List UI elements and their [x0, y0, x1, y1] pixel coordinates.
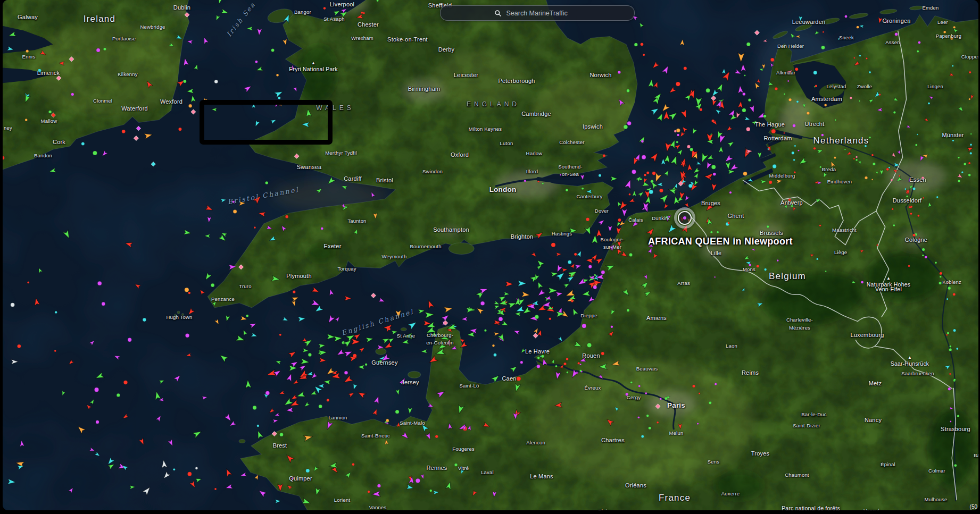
vessel-marker[interactable]: [233, 210, 237, 214]
vessel-marker[interactable]: [134, 283, 141, 289]
vessel-marker[interactable]: [743, 92, 746, 96]
vessel-marker[interactable]: [265, 391, 270, 395]
vessel-marker[interactable]: [537, 330, 543, 336]
vessel-marker[interactable]: [562, 267, 568, 272]
vessel-marker[interactable]: [601, 271, 605, 274]
vessel-marker[interactable]: [187, 89, 194, 94]
vessel-marker[interactable]: [467, 425, 472, 431]
vessel-marker[interactable]: [343, 338, 353, 348]
vessel-marker[interactable]: [144, 132, 153, 139]
vessel-marker[interactable]: [795, 68, 798, 71]
vessel-marker[interactable]: [652, 172, 656, 175]
vessel-marker[interactable]: [323, 7, 326, 10]
vessel-marker[interactable]: [535, 315, 538, 318]
vessel-marker[interactable]: [794, 171, 796, 173]
vessel-marker[interactable]: [293, 291, 295, 293]
vessel-marker[interactable]: [850, 97, 852, 99]
vessel-marker[interactable]: [757, 301, 763, 307]
vessel-marker[interactable]: [711, 165, 716, 169]
vessel-marker[interactable]: [446, 481, 453, 490]
vessel-marker[interactable]: [416, 478, 420, 483]
vessel-marker[interactable]: [680, 109, 688, 119]
vessel-marker[interactable]: [433, 490, 439, 494]
vessel-marker[interactable]: [3, 156, 4, 160]
vessel-marker[interactable]: [893, 97, 899, 103]
vessel-marker[interactable]: [581, 371, 583, 373]
vessel-marker[interactable]: [214, 80, 218, 83]
vessel-marker[interactable]: [566, 358, 569, 360]
vessel-marker[interactable]: [969, 98, 970, 100]
vessel-marker[interactable]: [555, 365, 557, 367]
vessel-marker[interactable]: [949, 346, 951, 348]
port-diamond-marker[interactable]: [294, 154, 299, 158]
vessel-marker[interactable]: [936, 196, 939, 198]
vessel-marker[interactable]: [530, 274, 539, 282]
vessel-marker[interactable]: [680, 39, 685, 46]
vessel-marker[interactable]: [245, 380, 251, 388]
vessel-marker[interactable]: [699, 153, 709, 164]
vessel-marker[interactable]: [26, 50, 29, 53]
vessel-marker[interactable]: [571, 300, 573, 302]
port-diamond-marker[interactable]: [655, 404, 660, 409]
vessel-marker[interactable]: [953, 329, 956, 332]
vessel-marker[interactable]: [819, 166, 821, 168]
vessel-marker[interactable]: [286, 484, 293, 490]
vessel-marker[interactable]: [536, 289, 545, 298]
vessel-marker[interactable]: [835, 119, 836, 121]
vessel-marker[interactable]: [742, 108, 746, 112]
vessel-marker[interactable]: [866, 57, 867, 59]
vessel-marker[interactable]: [646, 415, 649, 417]
vessel-marker[interactable]: [554, 402, 562, 408]
vessel-marker[interactable]: [89, 339, 96, 346]
vessel-marker[interactable]: [710, 231, 712, 233]
vessel-marker[interactable]: [748, 98, 751, 101]
port-diamond-marker[interactable]: [134, 136, 138, 141]
vessel-marker[interactable]: [283, 317, 289, 322]
vessel-marker[interactable]: [293, 87, 298, 92]
vessel-marker[interactable]: [551, 359, 555, 364]
vessel-marker[interactable]: [627, 309, 629, 311]
vessel-marker[interactable]: [23, 94, 31, 103]
vessel-marker[interactable]: [953, 378, 956, 381]
vessel-marker[interactable]: [325, 420, 333, 430]
vessel-marker[interactable]: [344, 371, 348, 375]
vessel-marker[interactable]: [278, 484, 283, 491]
vessel-marker[interactable]: [352, 463, 354, 466]
vessel-marker[interactable]: [793, 124, 796, 128]
vessel-marker[interactable]: [743, 255, 750, 261]
vessel-marker[interactable]: [906, 196, 908, 198]
vessel-marker[interactable]: [617, 98, 625, 106]
vessel-marker[interactable]: [643, 54, 645, 56]
vessel-marker[interactable]: [891, 153, 897, 158]
vessel-marker[interactable]: [611, 360, 620, 367]
vessel-marker[interactable]: [373, 395, 381, 404]
vessel-marker[interactable]: [575, 264, 582, 269]
vessel-marker[interactable]: [408, 320, 418, 330]
vessel-marker[interactable]: [61, 391, 65, 396]
vessel-marker[interactable]: [895, 176, 902, 183]
vessel-marker[interactable]: [185, 288, 189, 292]
vessel-marker[interactable]: [763, 115, 767, 118]
vessel-marker[interactable]: [838, 38, 840, 40]
vessel-marker[interactable]: [787, 80, 789, 82]
vessel-marker[interactable]: [618, 71, 621, 74]
vessel-marker[interactable]: [893, 224, 895, 226]
vessel-marker[interactable]: [217, 0, 223, 4]
vessel-marker[interactable]: [651, 106, 660, 115]
vessel-marker[interactable]: [704, 203, 714, 213]
vessel-marker[interactable]: [185, 334, 189, 338]
vessel-marker[interactable]: [145, 80, 153, 88]
vessel-marker[interactable]: [359, 346, 366, 352]
vessel-marker[interactable]: [709, 401, 711, 404]
vessel-marker[interactable]: [513, 329, 520, 335]
vessel-marker[interactable]: [494, 301, 500, 306]
vessel-marker[interactable]: [844, 15, 847, 18]
vessel-marker[interactable]: [574, 341, 583, 349]
vessel-marker[interactable]: [595, 256, 604, 264]
vessel-marker[interactable]: [425, 311, 434, 318]
vessel-marker[interactable]: [17, 344, 21, 348]
vessel-marker[interactable]: [961, 171, 964, 173]
vessel-marker[interactable]: [657, 112, 665, 121]
vessel-marker[interactable]: [159, 378, 165, 384]
vessel-marker[interactable]: [699, 392, 700, 394]
